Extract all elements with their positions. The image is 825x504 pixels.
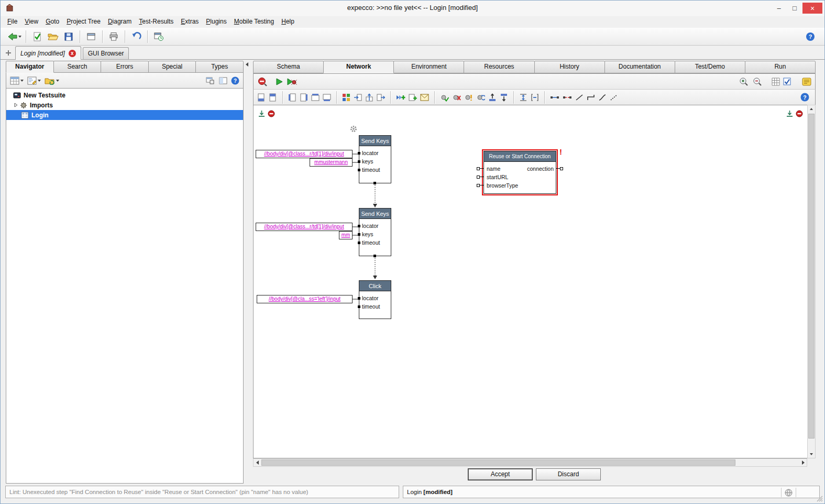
add-step-button[interactable] <box>395 91 406 104</box>
run-button[interactable] <box>274 75 284 88</box>
pin-starturl[interactable]: startURL <box>484 173 556 181</box>
open-file-button[interactable] <box>45 29 61 44</box>
menu-view[interactable]: View <box>21 16 42 28</box>
tab-special[interactable]: Special <box>148 61 196 73</box>
pin-timeout[interactable]: timeout <box>359 302 391 311</box>
add-tab-icon[interactable] <box>5 49 12 57</box>
pin-browsertype[interactable]: browserType <box>484 181 556 190</box>
tab-types[interactable]: Types <box>195 61 244 73</box>
pin-name[interactable]: name connection <box>484 165 556 173</box>
split-panel-button[interactable] <box>218 74 228 87</box>
tab-errors[interactable]: Errors <box>101 61 149 73</box>
hscroll-thumb[interactable] <box>261 459 735 466</box>
scroll-anchor-button[interactable] <box>258 110 266 118</box>
toolbar-help-button[interactable]: ? <box>802 29 818 44</box>
input-pin-icon[interactable] <box>477 176 480 179</box>
tab-history[interactable]: History <box>534 61 605 73</box>
tree-edit-mode-button[interactable] <box>26 74 42 87</box>
tab-network[interactable]: Network <box>323 61 394 73</box>
line-straight-button[interactable] <box>574 91 585 104</box>
move-pin-up-button[interactable] <box>364 91 375 104</box>
zoom-out-button[interactable] <box>752 75 763 88</box>
tab-login-modified[interactable]: Login [modified] x <box>15 46 81 60</box>
new-window-button[interactable] <box>83 29 99 44</box>
scroll-left-icon[interactable] <box>254 459 261 466</box>
pin-locator[interactable]: locator <box>359 294 391 302</box>
check-syntax-button[interactable] <box>29 29 45 44</box>
tab-environment[interactable]: Environment <box>393 61 464 73</box>
recent-files-button[interactable] <box>43 74 60 87</box>
pin-locator[interactable]: locator <box>359 222 391 230</box>
pin-value-keys-1[interactable]: mmustermann <box>310 158 353 167</box>
pin-timeout[interactable]: timeout <box>359 238 391 247</box>
scroll-anchor-button[interactable] <box>786 110 794 118</box>
show-grid-button[interactable] <box>771 75 781 88</box>
pin-square-icon[interactable] <box>358 169 360 171</box>
network-canvas[interactable]: //body/div[@class...r/td[1]/div/input mm… <box>253 105 807 458</box>
line-dotted-button[interactable] <box>609 91 619 104</box>
pin-keys[interactable]: keys <box>359 157 391 166</box>
compact-layout-button[interactable] <box>530 91 540 104</box>
menu-mobile-testing[interactable]: Mobile Testing <box>230 16 278 28</box>
add-block-button[interactable] <box>408 91 418 104</box>
pin-square-icon[interactable] <box>358 233 360 236</box>
add-comment-button[interactable] <box>419 91 430 104</box>
show-notes-button[interactable] <box>801 75 812 88</box>
vscroll-thumb[interactable] <box>808 114 815 439</box>
disconnect-pins-button[interactable] <box>562 91 573 104</box>
tab-search[interactable]: Search <box>53 61 102 73</box>
menu-test-results[interactable]: Test-Results <box>135 16 177 28</box>
load-layout-button[interactable] <box>268 91 278 104</box>
raise-pin-button[interactable] <box>487 91 498 104</box>
pin-square-icon[interactable] <box>358 225 360 227</box>
connect-pins-button[interactable] <box>549 91 560 104</box>
collapse-panel-icon[interactable] <box>246 62 248 67</box>
scroll-right-icon[interactable] <box>799 459 807 466</box>
move-pin-in-button[interactable] <box>353 91 363 104</box>
node-send-keys-1[interactable]: Send Keys locator keys timeout <box>359 135 391 183</box>
node-reuse-or-start-connection[interactable]: Reuse or Start Connection name connectio… <box>483 151 556 194</box>
exec-out-pin[interactable] <box>373 255 376 257</box>
pin-locator[interactable]: locator <box>359 149 391 157</box>
enable-step-button[interactable] <box>439 91 450 104</box>
clear-breakpoints-button[interactable] <box>256 75 269 88</box>
distribute-vertical-button[interactable] <box>518 91 529 104</box>
navigator-help-button[interactable]: ? <box>230 74 240 87</box>
pin-value-locator-2[interactable]: //body/div[@class...r/td[1]/div/input <box>256 223 353 231</box>
align-bottom-button[interactable] <box>322 91 332 104</box>
tab-schema[interactable]: Schema <box>253 61 324 73</box>
tree-view-mode-button[interactable] <box>9 74 25 87</box>
pin-keys[interactable]: keys <box>359 230 391 238</box>
pin-timeout[interactable]: timeout <box>359 166 391 174</box>
tree-row-login[interactable]: Login <box>6 110 243 120</box>
tab-test-demo[interactable]: Test/Demo <box>675 61 745 73</box>
discard-button[interactable]: Discard <box>536 468 601 480</box>
tree-row-testsuite[interactable]: New Testsuite <box>6 90 243 100</box>
float-panel-button[interactable] <box>205 74 215 87</box>
maximize-button[interactable]: □ <box>787 3 802 14</box>
gear-icon[interactable] <box>350 125 357 133</box>
back-button[interactable] <box>6 29 23 44</box>
line-curved-button[interactable] <box>597 91 608 104</box>
align-left-button[interactable] <box>287 91 298 104</box>
step-warning-button[interactable] <box>463 91 474 104</box>
tab-run[interactable]: Run <box>745 61 816 73</box>
restart-ui-button[interactable] <box>151 29 167 44</box>
save-button[interactable] <box>61 29 76 44</box>
pin-square-icon[interactable] <box>358 297 360 300</box>
node-click[interactable]: Click locator timeout <box>359 280 391 319</box>
node-send-keys-2[interactable]: Send Keys locator keys timeout <box>359 208 391 256</box>
print-button[interactable] <box>106 29 122 44</box>
move-pin-out-button[interactable] <box>376 91 386 104</box>
expander-icon[interactable] <box>14 103 18 107</box>
pin-value-keys-2[interactable]: mm <box>339 231 353 239</box>
canvas-hscrollbar[interactable] <box>253 458 807 467</box>
canvas-vscrollbar[interactable] <box>807 105 816 458</box>
debug-run-button[interactable] <box>285 75 298 88</box>
close-button[interactable]: × <box>802 3 822 14</box>
remove-anchor-button[interactable] <box>268 110 276 118</box>
tab-documentation[interactable]: Documentation <box>604 61 675 73</box>
diagram-help-button[interactable]: ? <box>799 91 810 104</box>
tree-row-imports[interactable]: Imports <box>6 100 243 110</box>
accept-button[interactable]: Accept <box>468 468 533 480</box>
